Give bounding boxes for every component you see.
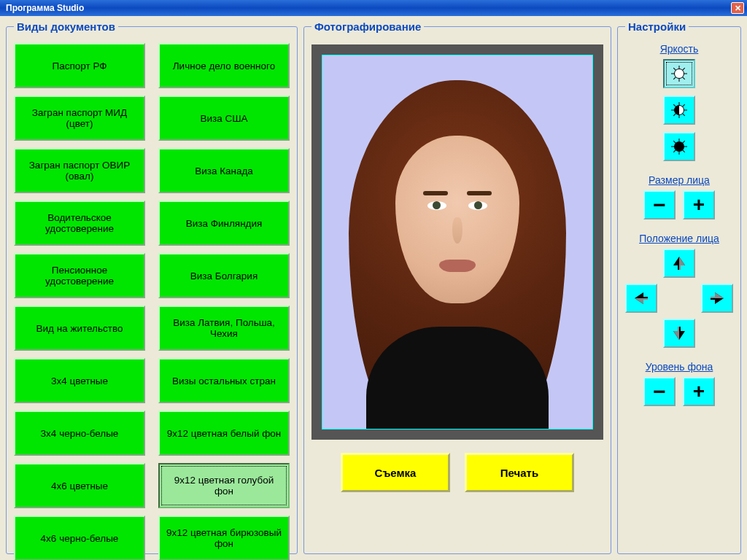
document-type-button[interactable]: Визы остальных стран: [158, 358, 290, 403]
face-left-button[interactable]: [625, 284, 657, 313]
close-button[interactable]: ✕: [731, 2, 744, 14]
document-type-button[interactable]: 9х12 цветная белый фон: [158, 411, 290, 456]
brightness-dark-button[interactable]: [663, 132, 695, 161]
close-icon: ✕: [735, 4, 741, 13]
bg-level-minus-button[interactable]: −: [643, 377, 676, 406]
face-down-button[interactable]: [663, 319, 695, 348]
document-type-button[interactable]: Виза США: [158, 96, 290, 141]
face-size-label: Размер лица: [649, 174, 710, 186]
photo-frame: [311, 44, 603, 440]
plus-icon: +: [693, 380, 705, 403]
brightness-medium-button[interactable]: [663, 96, 695, 125]
document-type-button[interactable]: 9х12 цветная бирюзовый фон: [158, 516, 290, 560]
sun-solid-icon: [674, 141, 684, 152]
document-type-button[interactable]: Виза Болгария: [158, 253, 290, 298]
document-type-button[interactable]: 3х4 цветные: [14, 358, 145, 403]
face-size-plus-button[interactable]: +: [683, 190, 715, 219]
document-types-group: Виды документов Паспорт РФЛичное дело во…: [6, 20, 298, 554]
document-type-button[interactable]: Загран паспорт ОВИР (овал): [14, 148, 145, 193]
face-right-button[interactable]: [701, 284, 733, 313]
plus-icon: +: [693, 193, 705, 217]
face-size-minus-button[interactable]: −: [643, 190, 676, 219]
document-type-button[interactable]: Виза Канада: [158, 148, 290, 193]
document-type-button[interactable]: 9х12 цветная голубой фон: [158, 463, 290, 508]
arrow-down-icon: [670, 324, 688, 342]
brightness-label: Яркость: [660, 43, 699, 55]
document-type-button[interactable]: Вид на жительство: [14, 306, 145, 351]
capture-button[interactable]: Съемка: [341, 453, 450, 492]
face-up-button[interactable]: [663, 249, 695, 278]
document-type-button[interactable]: Паспорт РФ: [14, 43, 145, 88]
minus-icon: −: [653, 379, 666, 404]
document-type-button[interactable]: Виза Финляндия: [158, 201, 290, 246]
document-types-legend: Виды документов: [14, 20, 118, 33]
document-type-button[interactable]: Личное дело военного: [158, 43, 290, 88]
face-position-label: Положение лица: [639, 233, 719, 244]
bg-level-label: Уровень фона: [646, 361, 713, 373]
minus-icon: −: [653, 192, 666, 217]
portrait-shirt: [366, 327, 549, 429]
document-type-button[interactable]: Виза Латвия, Польша, Чехия: [158, 306, 290, 351]
brightness-light-button[interactable]: [663, 59, 695, 88]
settings-legend: Настройки: [625, 20, 689, 33]
arrow-right-icon: [708, 289, 726, 307]
sun-half-icon: [674, 105, 684, 115]
photograph-group: Фотографирование Съемка Печать: [303, 20, 611, 554]
document-type-button[interactable]: Пенсионное удостоверение: [14, 253, 145, 298]
bg-level-plus-button[interactable]: +: [683, 377, 715, 406]
document-type-button[interactable]: 3х4 черно-белые: [14, 411, 145, 456]
document-type-button[interactable]: 4х6 цветные: [14, 463, 145, 508]
print-button[interactable]: Печать: [465, 453, 574, 492]
arrow-up-icon: [670, 254, 688, 272]
window-title: Программа Studio: [6, 3, 84, 13]
photograph-legend: Фотографирование: [311, 20, 424, 33]
photo-preview: [322, 55, 593, 429]
sun-outline-icon: [674, 69, 684, 79]
arrow-left-icon: [632, 289, 650, 307]
document-type-button[interactable]: Загран паспорт МИД (цвет): [14, 96, 145, 141]
document-type-button[interactable]: Водительское удостоверение: [14, 201, 145, 246]
settings-group: Настройки Яркость: [617, 20, 741, 554]
document-type-button[interactable]: 4х6 черно-белые: [14, 516, 145, 560]
